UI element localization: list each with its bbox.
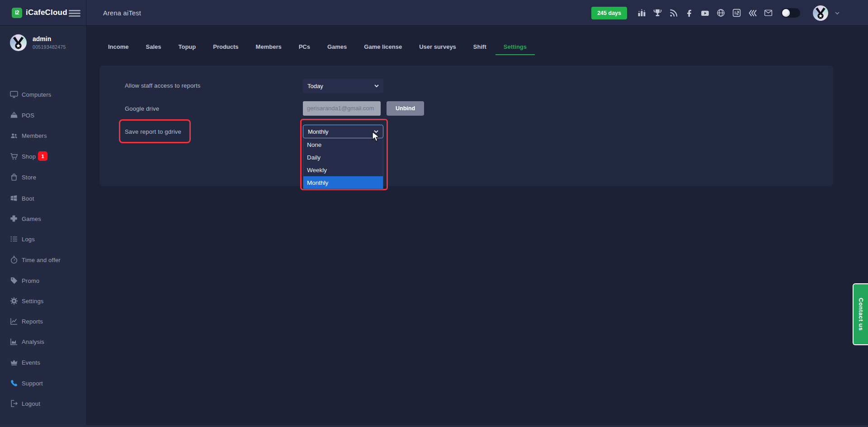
- sidebar-item-boot[interactable]: Boot: [0, 192, 86, 204]
- app-logo[interactable]: i2 iCafeCloud: [12, 8, 67, 18]
- page-title: Arena aiTest: [103, 0, 141, 26]
- sidebar-item-label: Logout: [22, 400, 40, 407]
- icafecloud-icon[interactable]: [732, 8, 741, 18]
- layers-icon[interactable]: [748, 8, 757, 18]
- tab-game-license[interactable]: Game license: [364, 43, 402, 50]
- profile-card: admin 005193482475: [10, 34, 66, 51]
- tab-products[interactable]: Products: [213, 43, 238, 50]
- option-monthly[interactable]: Monthly: [303, 176, 383, 189]
- google-drive-label: Google drive: [125, 105, 159, 112]
- sidebar-item-pos[interactable]: POS: [0, 109, 86, 121]
- option-none[interactable]: None: [303, 138, 383, 151]
- save-report-label: Save report to gdrive: [125, 128, 181, 135]
- sidebar-item-label: Settings: [22, 298, 44, 305]
- cash-register-icon: [9, 111, 19, 120]
- option-weekly[interactable]: Weekly: [303, 164, 383, 176]
- tab-income[interactable]: Income: [108, 43, 129, 50]
- globe-icon[interactable]: [716, 8, 726, 18]
- sidebar-item-store[interactable]: Store: [0, 171, 86, 183]
- sidebar-item-games[interactable]: Games: [0, 213, 86, 225]
- windows-icon: [9, 194, 19, 203]
- gamepad-icon: [9, 214, 19, 223]
- profile-avatar: [10, 34, 27, 51]
- contact-us-button[interactable]: Contact us: [853, 283, 868, 345]
- people-icon: [9, 131, 19, 140]
- rss-icon[interactable]: [669, 8, 678, 18]
- sidebar-item-label: Shop: [22, 153, 36, 160]
- sidebar-item-label: Boot: [22, 195, 34, 202]
- bottom-edge: [0, 425, 868, 427]
- sidebar: admin 005193482475 Computers POS Members…: [0, 26, 86, 427]
- tag-icon: [9, 276, 19, 285]
- sidebar-item-events[interactable]: Events: [0, 357, 86, 368]
- google-drive-account-field[interactable]: gerisaranda1@gmail.com: [303, 101, 381, 116]
- sidebar-item-label: Events: [22, 359, 40, 366]
- chevron-down-icon[interactable]: [835, 10, 840, 16]
- sidebar-item-promo[interactable]: Promo: [0, 275, 86, 286]
- phone-icon: [9, 379, 19, 388]
- hamburger-icon[interactable]: [69, 10, 80, 18]
- tab-members[interactable]: Members: [256, 43, 282, 50]
- sidebar-item-label: Reports: [22, 318, 43, 325]
- cart-icon: [9, 152, 19, 161]
- sidebar-item-label: Games: [22, 216, 41, 222]
- sidebar-item-label: Promo: [22, 277, 39, 284]
- area-chart-icon: [9, 337, 19, 346]
- chevron-down-icon: [374, 83, 379, 89]
- tab-pcs[interactable]: PCs: [299, 43, 310, 50]
- settings-panel: Allow staff access to reports Today Goog…: [99, 66, 833, 186]
- trophy-icon[interactable]: [653, 8, 662, 18]
- sidebar-item-label: Time and offer: [22, 257, 61, 263]
- theme-toggle[interactable]: [781, 8, 800, 18]
- youtube-icon[interactable]: [700, 8, 710, 18]
- app-logo-text: iCafeCloud: [26, 8, 67, 17]
- topbar-actions: 245 days: [591, 0, 840, 26]
- license-days-badge[interactable]: 245 days: [591, 7, 627, 19]
- staff-access-select[interactable]: Today: [303, 79, 383, 93]
- sidebar-item-analysis[interactable]: Analysis: [0, 336, 86, 347]
- icafecloud-logo-icon: i2: [12, 8, 22, 18]
- save-report-options: None Daily Weekly Monthly: [303, 138, 383, 189]
- sidebar-item-support[interactable]: Support: [0, 377, 86, 389]
- logout-icon: [9, 399, 19, 408]
- user-avatar[interactable]: [813, 5, 828, 21]
- crown-icon: [9, 358, 19, 367]
- tab-settings[interactable]: Settings: [504, 43, 527, 50]
- ranking-icon[interactable]: [637, 8, 646, 18]
- stopwatch-icon: [9, 255, 19, 264]
- gear-icon: [9, 296, 19, 305]
- sidebar-item-shop[interactable]: Shop 1: [0, 150, 86, 162]
- shop-count-badge: 1: [38, 151, 47, 161]
- sidebar-item-members[interactable]: Members: [0, 130, 86, 141]
- tab-user-surveys[interactable]: User surveys: [419, 43, 456, 50]
- tab-games[interactable]: Games: [327, 43, 347, 50]
- save-report-select[interactable]: Monthly: [303, 125, 383, 138]
- sidebar-item-time-and-offer[interactable]: Time and offer: [0, 254, 86, 266]
- mail-icon[interactable]: [764, 8, 773, 18]
- sidebar-item-logout[interactable]: Logout: [0, 398, 86, 409]
- option-daily[interactable]: Daily: [303, 151, 383, 164]
- staff-access-label: Allow staff access to reports: [125, 82, 200, 89]
- sidebar-item-label: Store: [22, 174, 36, 181]
- unbind-button[interactable]: Unbind: [387, 101, 424, 116]
- sidebar-item-settings[interactable]: Settings: [0, 295, 86, 307]
- tab-topup[interactable]: Topup: [179, 43, 196, 50]
- sidebar-item-logs[interactable]: Logs: [0, 233, 86, 245]
- report-tabs: Income Sales Topup Products Members PCs …: [108, 43, 527, 50]
- tab-sales[interactable]: Sales: [146, 43, 161, 50]
- sidebar-item-reports[interactable]: Reports: [0, 315, 86, 327]
- sidebar-item-label: Members: [22, 132, 47, 139]
- sidebar-item-label: Support: [22, 380, 43, 387]
- topbar-divider: [86, 0, 86, 26]
- sidebar-item-label: Computers: [22, 91, 51, 98]
- sidebar-item-computers[interactable]: Computers: [0, 89, 86, 100]
- tab-shift[interactable]: Shift: [473, 43, 486, 50]
- facebook-icon[interactable]: [684, 8, 694, 18]
- list-icon: [9, 235, 19, 244]
- sidebar-item-label: POS: [22, 112, 34, 119]
- line-chart-icon: [9, 317, 19, 326]
- monitor-icon: [9, 90, 19, 99]
- shopping-bag-icon: [9, 173, 19, 182]
- theme-toggle-knob: [782, 9, 790, 17]
- sidebar-item-label: Logs: [22, 236, 35, 243]
